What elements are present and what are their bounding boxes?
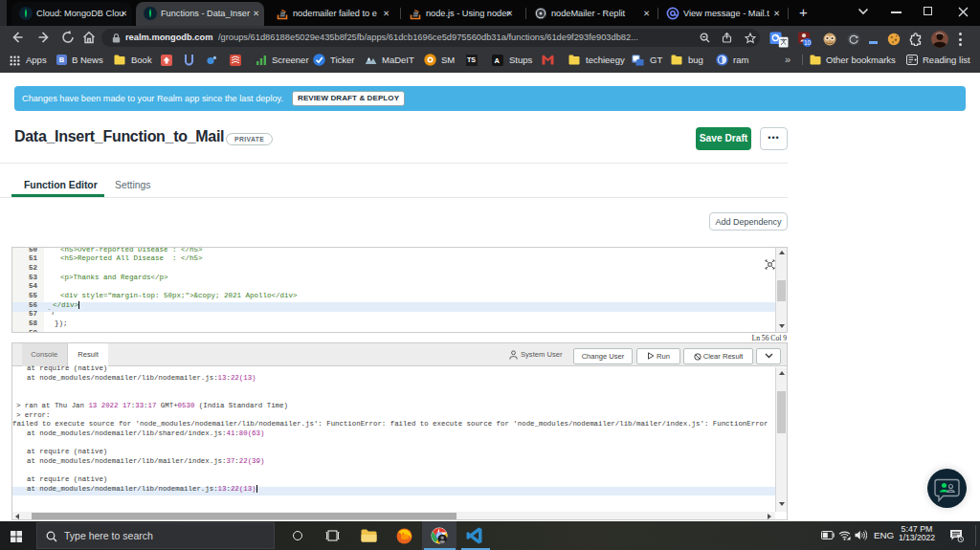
svg-text:10: 10 [804, 39, 812, 46]
